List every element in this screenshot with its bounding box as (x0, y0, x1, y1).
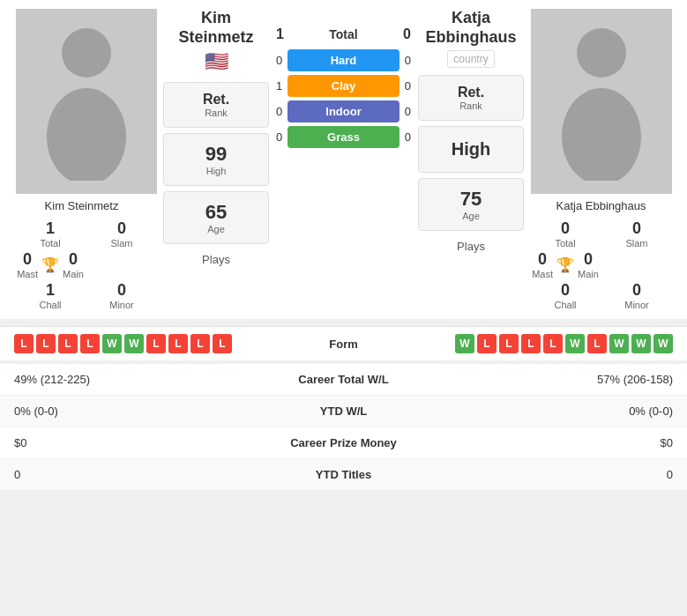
left-high-lbl: High (178, 166, 254, 176)
total-left-val: 1 (276, 26, 284, 42)
right-high-box: High (418, 126, 524, 173)
main-container: Kim Steinmetz 1 Total 0 Slam 0 Mast 🏆 (0, 0, 687, 491)
hard-left-val: 0 (276, 54, 282, 67)
indoor-btn[interactable]: Indoor (287, 100, 400, 122)
indoor-left-val: 0 (276, 105, 282, 118)
left-rank-val: Ret. (178, 92, 254, 108)
left-main-val: 0 (63, 250, 84, 269)
left-mast-lbl: Mast (17, 269, 38, 279)
left-slam-val: 0 (87, 219, 157, 238)
form-badge: W (455, 334, 474, 353)
right-country-placeholder: country (447, 50, 494, 68)
left-player-name-header: KimSteinmetz (178, 9, 253, 47)
form-badge: W (609, 334, 629, 353)
form-badge: L (477, 334, 497, 353)
left-plays-label: Plays (202, 253, 230, 266)
right-form-badges: WLLLLWLWWW (397, 334, 674, 353)
right-total-val: 0 (531, 219, 601, 238)
left-slam-lbl: Slam (87, 238, 157, 249)
left-chall-lbl: Chall (16, 300, 86, 310)
left-minor-val: 0 (87, 281, 157, 300)
grass-left-val: 0 (276, 130, 282, 144)
form-badge: W (653, 334, 673, 353)
form-badge: L (14, 334, 34, 353)
right-minor-cell: 0 Minor (602, 281, 672, 310)
right-slam-cell: 0 Slam (602, 219, 672, 249)
left-form-badges: LLLLWWLLLL (14, 334, 291, 353)
form-badge: L (499, 334, 519, 353)
left-age-lbl: Age (178, 224, 254, 234)
right-total-lbl: Total (531, 238, 601, 249)
stats-row: $0 Career Prize Money $0 (0, 427, 687, 459)
left-extra-cell (87, 250, 157, 279)
hard-right-val: 0 (405, 54, 411, 67)
right-mast-lbl: Mast (532, 269, 553, 279)
svg-point-0 (62, 28, 111, 78)
right-player-photo (531, 9, 672, 194)
right-trophy-icon: 🏆 (556, 256, 574, 273)
stats-row-right: 0 (432, 468, 674, 481)
form-section: LLLLWWLLLL Form WLLLLWLWWW (0, 326, 687, 360)
right-info-panel: KatjaEbbinghaus country Ret. Rank High 7… (418, 0, 524, 310)
left-age-box: 65 Age (163, 191, 269, 244)
form-badge: L (80, 334, 100, 353)
grass-row: 0 Grass 0 (269, 126, 418, 148)
form-label: Form (291, 338, 397, 351)
form-badge: L (190, 334, 210, 353)
left-player-photo (16, 9, 157, 194)
left-info-panel: KimSteinmetz 🇺🇸 Ret. Rank 99 High 65 Age… (163, 0, 269, 310)
indoor-right-val: 0 (405, 105, 411, 118)
stats-row-center: Career Prize Money (256, 436, 432, 449)
form-badge: W (102, 334, 122, 353)
right-mast-val: 0 (532, 250, 553, 269)
stats-row-right: $0 (432, 436, 674, 449)
form-badge: L (213, 334, 232, 353)
form-badge: L (587, 334, 607, 353)
right-slam-lbl: Slam (602, 238, 672, 249)
right-main-val: 0 (578, 250, 599, 269)
left-total-lbl: Total (16, 238, 86, 249)
clay-btn[interactable]: Clay (287, 75, 400, 97)
right-chall-lbl: Chall (531, 300, 601, 310)
stats-row-center: Career Total W/L (256, 373, 432, 386)
right-rank-val: Ret. (433, 85, 509, 100)
right-age-lbl: Age (433, 211, 509, 221)
right-player-name: Katja Ebbinghaus (556, 199, 646, 212)
right-plays-label: Plays (457, 240, 485, 253)
form-badge: L (168, 334, 188, 353)
stats-row-left: 0 (14, 468, 256, 481)
left-player-name: Kim Steinmetz (45, 199, 119, 212)
right-high-val: High (433, 139, 509, 160)
stats-row-right: 0% (0-0) (432, 404, 674, 418)
right-rank-lbl: Rank (433, 100, 509, 111)
clay-right-val: 0 (405, 79, 411, 93)
svg-point-2 (577, 28, 626, 78)
left-chall-cell: 1 Chall (16, 281, 86, 310)
form-badge: W (124, 334, 144, 353)
left-rank-box: Ret. Rank (163, 82, 269, 128)
stats-row-left: 49% (212-225) (14, 373, 256, 386)
players-comparison: Kim Steinmetz 1 Total 0 Slam 0 Mast 🏆 (0, 0, 687, 319)
right-age-val: 75 (433, 188, 509, 211)
form-badge: L (36, 334, 56, 353)
right-extra-cell (602, 250, 672, 279)
left-mast-cell: 0 Mast 🏆 0 Main (16, 250, 86, 279)
hard-btn[interactable]: Hard (287, 49, 400, 71)
right-minor-val: 0 (602, 281, 672, 300)
stats-row-left: $0 (14, 436, 256, 449)
grass-btn[interactable]: Grass (287, 126, 400, 148)
left-flag: 🇺🇸 (205, 50, 228, 73)
right-slam-val: 0 (602, 219, 672, 238)
hard-row: 0 Hard 0 (269, 49, 418, 71)
left-high-box: 99 High (163, 133, 269, 186)
clay-left-val: 1 (276, 79, 282, 93)
stats-row-center: YTD W/L (256, 404, 432, 418)
stats-row-right: 57% (206-158) (432, 373, 674, 386)
right-player-name-header: KatjaEbbinghaus (426, 9, 517, 47)
form-badge: L (543, 334, 563, 353)
left-high-val: 99 (178, 143, 254, 166)
center-comparison: 1 Total 0 0 Hard 0 1 Clay 0 0 Indoor (269, 0, 418, 310)
right-mast-cell: 0 Mast 🏆 0 Main (531, 250, 601, 279)
total-row: 1 Total 0 (269, 26, 418, 42)
left-minor-cell: 0 Minor (87, 281, 157, 310)
